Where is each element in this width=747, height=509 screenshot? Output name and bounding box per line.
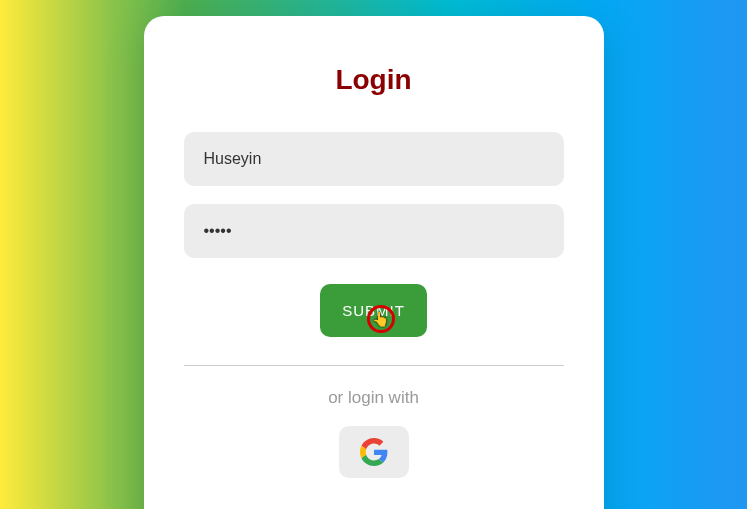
google-icon [360,438,388,466]
divider [184,365,564,366]
password-input[interactable] [184,204,564,258]
google-login-button[interactable] [339,426,409,478]
login-card: Login SUBMIT 👆 or login with [144,16,604,509]
page-title: Login [335,64,411,96]
alt-login-text: or login with [328,388,419,408]
username-input[interactable] [184,132,564,186]
submit-button-label: SUBMIT [342,302,405,319]
submit-button[interactable]: SUBMIT 👆 [320,284,427,337]
